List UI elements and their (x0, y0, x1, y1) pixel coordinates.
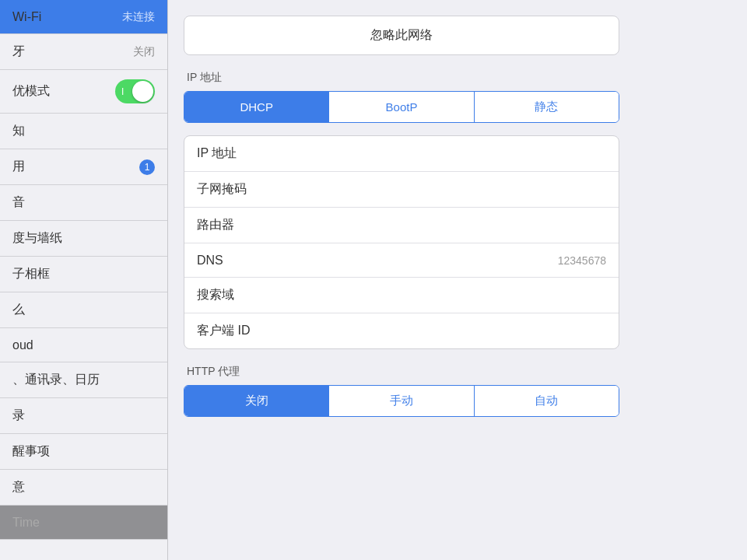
sidebar: Wi-Fi 未连接 牙 关闭 优模式 I 知 用 1 音 度与墙纸 子相框 么 … (0, 0, 168, 560)
form-row-ip: IP 地址 (184, 136, 619, 172)
form-row-search-domain: 搜索域 (184, 278, 619, 313)
sidebar-general-label: 么 (12, 302, 25, 318)
ignore-network-button[interactable]: 忽略此网络 (184, 16, 619, 55)
sidebar-sound-label: 音 (12, 194, 25, 211)
sidebar-mail-label: 、通讯录、日历 (12, 372, 100, 388)
search-domain-label: 搜索域 (197, 287, 290, 303)
sidebar-usage-label: 用 (12, 159, 25, 175)
form-row-dns: DNS 12345678 (184, 243, 619, 278)
sidebar-item-usage[interactable]: 用 1 (0, 149, 167, 185)
sidebar-item-safari[interactable]: 意 (0, 470, 167, 506)
form-row-client-id: 客户端 ID (184, 313, 619, 348)
airplane-toggle[interactable]: I (115, 79, 155, 103)
form-row-subnet: 子网掩码 (184, 172, 619, 208)
ip-segmented-control: DHCP BootP 静态 (184, 91, 619, 123)
toggle-knob (132, 81, 153, 102)
sidebar-reminder-label: 醒事项 (12, 443, 50, 460)
sidebar-notes-label: 录 (12, 408, 25, 424)
sidebar-bluetooth-value: 关闭 (133, 45, 155, 59)
tab-bootp[interactable]: BootP (329, 92, 474, 122)
subnet-label: 子网掩码 (197, 181, 290, 198)
dns-value: 12345678 (290, 254, 606, 267)
dns-label: DNS (197, 254, 290, 268)
sidebar-safari-label: 意 (12, 479, 25, 495)
sidebar-item-wifi[interactable]: Wi-Fi 未连接 (0, 0, 167, 34)
sidebar-wifi-label: Wi-Fi (12, 10, 41, 24)
ip-label: IP 地址 (197, 145, 290, 162)
sidebar-time-label: Time (12, 516, 40, 530)
sidebar-wallpaper-label: 度与墙纸 (12, 230, 62, 247)
sidebar-item-notification[interactable]: 知 (0, 114, 167, 149)
sidebar-item-icloud[interactable]: oud (0, 328, 167, 362)
sidebar-item-photoframe[interactable]: 子相框 (0, 257, 167, 292)
usage-badge: 1 (139, 159, 155, 175)
main-panel: 忽略此网络 IP 地址 DHCP BootP 静态 IP 地址 子网掩码 路由器… (168, 0, 747, 560)
proxy-tab-manual[interactable]: 手动 (329, 386, 474, 416)
proxy-tab-auto[interactable]: 自动 (475, 386, 619, 416)
sidebar-photoframe-label: 子相框 (12, 266, 50, 282)
ip-section-title: IP 地址 (184, 71, 731, 85)
sidebar-icloud-label: oud (12, 338, 33, 352)
tab-static[interactable]: 静态 (475, 92, 619, 122)
sidebar-item-wallpaper[interactable]: 度与墙纸 (0, 221, 167, 257)
tab-dhcp[interactable]: DHCP (184, 92, 329, 122)
proxy-segmented-control: 关闭 手动 自动 (184, 385, 619, 417)
http-proxy-title: HTTP 代理 (184, 365, 731, 379)
form-row-router: 路由器 (184, 208, 619, 243)
sidebar-wifi-value: 未连接 (122, 10, 155, 24)
router-label: 路由器 (197, 217, 290, 233)
sidebar-item-airplane[interactable]: 优模式 I (0, 70, 167, 114)
sidebar-item-time[interactable]: Time (0, 506, 167, 540)
sidebar-item-mail[interactable]: 、通讯录、日历 (0, 362, 167, 398)
proxy-tab-off[interactable]: 关闭 (184, 386, 329, 416)
ip-form-group: IP 地址 子网掩码 路由器 DNS 12345678 搜索域 客户端 ID (184, 135, 619, 349)
sidebar-airplane-label: 优模式 (12, 83, 50, 100)
sidebar-notification-label: 知 (12, 123, 25, 139)
sidebar-item-bluetooth[interactable]: 牙 关闭 (0, 34, 167, 70)
client-id-label: 客户端 ID (197, 323, 290, 339)
sidebar-item-notes[interactable]: 录 (0, 398, 167, 434)
sidebar-item-general[interactable]: 么 (0, 292, 167, 328)
sidebar-item-sound[interactable]: 音 (0, 185, 167, 221)
sidebar-bluetooth-label: 牙 (12, 44, 25, 60)
sidebar-item-reminder[interactable]: 醒事项 (0, 434, 167, 470)
